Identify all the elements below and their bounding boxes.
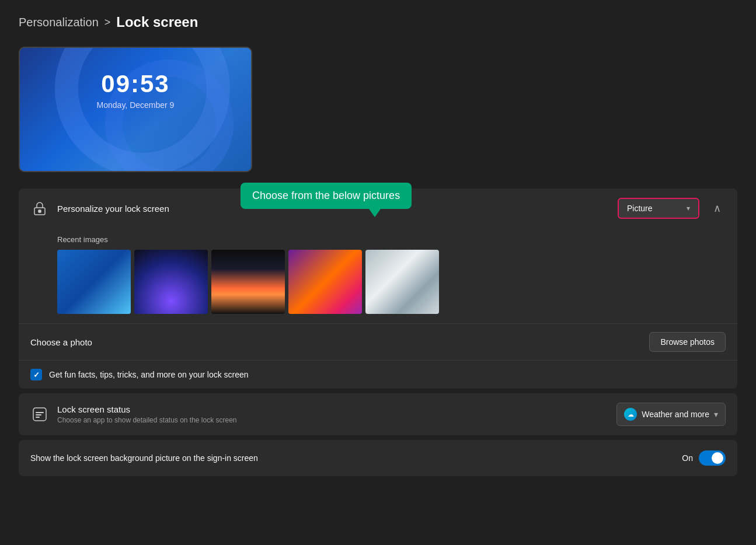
checkmark-icon: ✓ [33,371,40,379]
lock-status-subtitle: Choose an app to show detailed status on… [57,416,616,424]
recent-image-2[interactable] [134,250,208,314]
svg-rect-1 [39,210,41,212]
lock-status-title: Lock screen status [57,404,616,414]
svg-rect-4 [36,414,41,415]
fun-facts-label: Get fun facts, tips, tricks, and more on… [49,370,249,379]
toggle-knob [712,452,723,464]
preview-clock: 09:53 [97,70,175,98]
preview-time-block: 09:53 Monday, December 9 [97,70,175,110]
choose-photo-label: Choose a photo [30,337,649,347]
checkbox-row: ✓ Get fun facts, tips, tricks, and more … [19,361,737,389]
weather-app-icon: ☁ [624,408,637,421]
tooltip-bubble: Choose from the below pictures [241,183,412,209]
preview-date: Monday, December 9 [97,100,175,110]
lock-status-panel: Lock screen status Choose an app to show… [19,393,737,435]
dropdown-picture-value: Picture [627,204,682,213]
fun-facts-checkbox[interactable]: ✓ [30,369,42,380]
sign-in-label: Show the lock screen background picture … [30,453,682,463]
recent-images-grid [57,250,726,314]
lock-status-icon [30,405,49,424]
recent-image-1[interactable] [57,250,131,314]
sign-in-panel: Show the lock screen background picture … [19,440,737,476]
page-container: Personalization > Lock screen 09:53 Mond… [0,0,756,495]
personalize-icon [30,199,49,218]
choose-photo-row: Choose a photo Browse photos [19,324,737,361]
recent-image-4[interactable] [288,250,362,314]
recent-image-5[interactable] [365,250,439,314]
personalize-row: Personalize your lock screen Picture ▾ ∧… [19,188,737,228]
personalize-controls: Picture ▾ ∧ [618,198,726,219]
browse-photos-button[interactable]: Browse photos [649,332,726,352]
breadcrumb-separator: > [104,16,111,29]
breadcrumb-parent[interactable]: Personalization [19,16,99,29]
recent-images-label: Recent images [57,235,726,244]
sign-in-control: On [682,450,726,466]
weather-dropdown-label: Weather and more [642,410,709,419]
sign-in-row: Show the lock screen background picture … [19,440,737,476]
lock-status-row: Lock screen status Choose an app to show… [19,393,737,435]
lock-status-text: Lock screen status Choose an app to show… [57,404,616,424]
recent-images-section: Recent images [19,228,737,324]
breadcrumb-current: Lock screen [116,14,198,30]
lock-screen-icon [33,201,47,215]
on-label: On [682,453,693,463]
recent-image-3[interactable] [211,250,285,314]
lock-screen-type-dropdown[interactable]: Picture ▾ [618,198,699,219]
weather-icon-glyph: ☁ [628,411,634,418]
status-icon-svg [32,406,48,422]
sign-in-toggle[interactable] [699,450,726,466]
breadcrumb: Personalization > Lock screen [19,14,737,30]
dropdown-chevron-icon: ▾ [687,204,690,212]
weather-dropdown[interactable]: ☁ Weather and more ▾ [616,403,726,426]
svg-rect-3 [36,412,44,413]
personalize-panel: Personalize your lock screen Picture ▾ ∧… [19,188,737,389]
lock-screen-preview: 09:53 Monday, December 9 [19,47,252,172]
svg-rect-5 [36,417,40,418]
weather-chevron-icon: ▾ [714,410,718,419]
personalize-collapse-button[interactable]: ∧ [709,200,726,217]
